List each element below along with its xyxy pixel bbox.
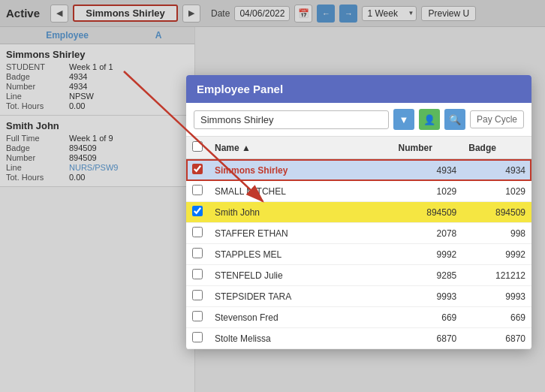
row-name[interactable]: Stolte Melissa [209,328,393,349]
panel-search-bar: ▼ 👤 🔍 Pay Cycle [186,103,531,137]
row-badge: 4934 [462,159,531,181]
col-header-name[interactable]: Name ▲ [209,137,393,159]
panel-search-input[interactable] [194,110,389,129]
row-badge: 1029 [462,181,531,202]
table-row[interactable]: STAPPLES MEL99929992 [186,244,531,265]
row-name[interactable]: STENFELD Julie [209,265,393,286]
col-header-checkbox [186,137,209,159]
row-checkbox[interactable] [192,227,203,237]
employee-panel: Employee Panel ▼ 👤 🔍 Pay Cycle Name ▲ Nu… [186,75,531,349]
col-header-number: Number [393,137,463,159]
pay-cycle-label: Pay Cycle [470,110,524,128]
table-header-row: Name ▲ Number Badge [186,137,531,159]
row-checkbox[interactable] [192,332,203,342]
table-row[interactable]: STENFELD Julie9285121212 [186,265,531,286]
row-badge: 6870 [462,328,531,349]
search-btn[interactable]: 🔍 [444,109,465,130]
panel-header: Employee Panel [186,75,531,103]
filter-btn[interactable]: ▼ [393,109,414,130]
row-name[interactable]: SMALL MITCHEL [209,181,393,202]
row-checkbox[interactable] [192,185,203,195]
row-badge: 894509 [462,202,531,223]
panel-table: Name ▲ Number Badge Simmons Shirley49344… [186,137,531,349]
row-number: 6870 [393,328,463,349]
row-number: 669 [393,307,463,328]
row-badge: 121212 [462,265,531,286]
row-name[interactable]: STEPSIDER TARA [209,286,393,307]
row-name[interactable]: Simmons Shirley [209,159,393,181]
select-all-checkbox[interactable] [192,141,203,152]
row-checkbox[interactable] [192,290,203,300]
row-number: 9992 [393,244,463,265]
table-row[interactable]: Stolte Melissa68706870 [186,328,531,349]
row-name[interactable]: Stevenson Fred [209,307,393,328]
row-name[interactable]: STAPPLES MEL [209,244,393,265]
table-row[interactable]: STAFFER ETHAN2078998 [186,223,531,244]
table-row[interactable]: Smith John894509894509 [186,202,531,223]
row-name[interactable]: Smith John [209,202,393,223]
row-number: 9285 [393,265,463,286]
row-badge: 9993 [462,286,531,307]
row-badge: 9992 [462,244,531,265]
row-number: 4934 [393,159,463,181]
table-row[interactable]: Simmons Shirley49344934 [186,159,531,181]
row-number: 1029 [393,181,463,202]
row-checkbox[interactable] [192,311,203,321]
row-number: 9993 [393,286,463,307]
row-number: 2078 [393,223,463,244]
row-checkbox[interactable] [192,164,203,174]
row-number: 894509 [393,202,463,223]
table-row[interactable]: STEPSIDER TARA99939993 [186,286,531,307]
row-checkbox[interactable] [192,248,203,258]
row-checkbox[interactable] [192,269,203,279]
row-name[interactable]: STAFFER ETHAN [209,223,393,244]
table-row[interactable]: SMALL MITCHEL10291029 [186,181,531,202]
main-background: Active ◀ Simmons Shirley ▶ Date 04/06/20… [0,0,545,392]
row-checkbox[interactable] [192,206,203,216]
row-badge: 998 [462,223,531,244]
col-header-badge: Badge [462,137,531,159]
panel-table-body: Simmons Shirley49344934SMALL MITCHEL1029… [186,159,531,349]
table-row[interactable]: Stevenson Fred669669 [186,307,531,328]
row-badge: 669 [462,307,531,328]
people-btn[interactable]: 👤 [419,109,440,130]
panel-table-wrapper[interactable]: Name ▲ Number Badge Simmons Shirley49344… [186,137,531,349]
